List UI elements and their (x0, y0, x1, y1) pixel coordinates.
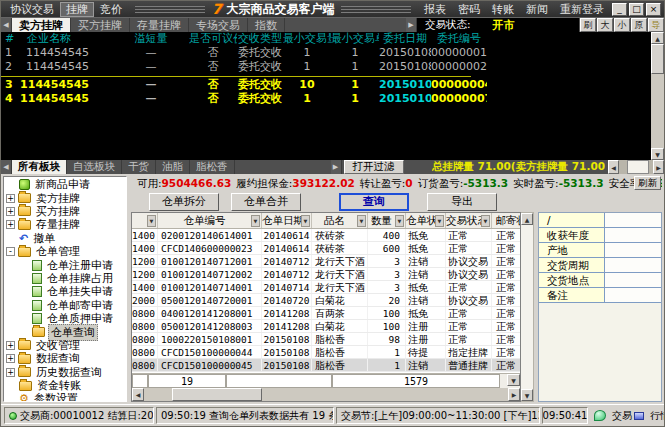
summary-hscrollbar[interactable]: ◀ ▶ (608, 160, 664, 174)
menu-item-新闻[interactable]: 新闻 (520, 3, 554, 16)
totals-dropdown-icon[interactable]: ▼ (507, 374, 520, 386)
warehouse-row[interactable]: 0800CFCD15010000004520150108脂松香1注销普通挂牌正常 (132, 359, 521, 372)
sector-tab-自选板块[interactable]: 自选板块 (67, 160, 122, 174)
scroll-left-icon[interactable]: ◀ (132, 388, 144, 401)
scroll-left-icon[interactable]: ◀ (608, 160, 619, 174)
statusbar-link-交易[interactable]: 交易 (612, 409, 644, 423)
column-dropdown-icon[interactable]: ▼ (395, 215, 404, 227)
tabs-scroll-left-icon[interactable]: ◀ (1, 18, 12, 32)
scroll-thumb[interactable] (627, 160, 649, 174)
warehouse-row[interactable]: 0800050012014120800320141208白菊花100注册正常正常 (132, 320, 521, 333)
tab-专场交易[interactable]: 专场交易 (189, 18, 248, 32)
detail-value[interactable] (605, 288, 661, 302)
sidebar-item-仓单管理[interactable]: -仓单管理 (4, 245, 126, 258)
sidebar-item-仓单挂失申请[interactable]: 仓单挂失申请 (4, 285, 126, 298)
warehouse-hscrollbar[interactable]: ◀ ▶ (132, 388, 520, 401)
warehouse-row[interactable]: 1200010012014071200220140712龙行天下酒3注销协议交易… (132, 268, 521, 281)
menu-item-竞价[interactable]: 竞价 (94, 3, 128, 16)
menu-item-重新登录[interactable]: 重新登录 (554, 3, 610, 16)
warehouse-vscrollbar[interactable]: ▲ ▼ (521, 212, 534, 402)
sidebar-item-资金转账[interactable]: 资金转账 (4, 379, 126, 392)
查询-button[interactable]: 查询 (339, 193, 409, 211)
sidebar-item-参数设置[interactable]: ⚙参数设置 (4, 392, 126, 402)
sector-scroll-left-icon[interactable]: ◀ (1, 160, 12, 174)
detail-value[interactable] (605, 243, 661, 257)
column-dropdown-icon[interactable]: ▼ (357, 215, 366, 227)
mini-button-大[interactable]: 大 (597, 18, 613, 32)
warehouse-row[interactable]: 2000050012014072000120140720白菊花20注销协议交易正… (132, 294, 521, 307)
sidebar-item-仓单挂牌占用[interactable]: 仓单挂牌占用 (4, 272, 126, 285)
menu-item-协议交易[interactable]: 协议交易 (4, 3, 60, 16)
仓单合并-button[interactable]: 仓单合并 (231, 193, 301, 211)
warehouse-row[interactable]: 1400020012014061400120140614茯砖茶400抵免正常正常 (132, 229, 521, 242)
scroll-down-icon[interactable]: ▼ (521, 389, 533, 401)
warehouse-row[interactable]: 1400CFCD14060000002320140614茯砖茶600抵免正常正常 (132, 242, 521, 255)
sidebar-item-存量挂牌[interactable]: +存量挂牌 (4, 218, 126, 231)
open-filter-button[interactable]: 打开过滤 (344, 160, 404, 174)
message-balloon-icon[interactable] (594, 410, 606, 421)
market-row[interactable]: 1114454545—否委托交收112015010800000001 (1, 46, 664, 60)
sidebar-item-仓单查询[interactable]: 仓单查询 (4, 325, 126, 338)
market-row[interactable]: 3114454545—否委托交收1012015010800000004 (1, 78, 664, 92)
sidebar-item-历史数据查询[interactable]: +历史数据查询 (4, 365, 126, 378)
tabs-scroll-right-icon[interactable]: ▶ (406, 18, 417, 32)
detail-value[interactable] (605, 273, 661, 287)
expander-icon[interactable]: + (6, 220, 15, 229)
column-dropdown-icon[interactable]: ▼ (147, 215, 156, 227)
sidebar-item-新商品申请[interactable]: 新商品申请 (4, 178, 126, 191)
仓单拆分-button[interactable]: 仓单拆分 (149, 193, 219, 211)
detail-value[interactable] (605, 228, 661, 242)
scroll-up-icon[interactable]: ▲ (651, 32, 664, 44)
sector-tab-干货[interactable]: 干货 (122, 160, 156, 174)
warehouse-row[interactable]: 0800100022015010800120150108脂松香98注册正常正常 (132, 333, 521, 346)
market-row[interactable]: 2114454545—否委托交收112015010800000002 (1, 60, 664, 74)
market-row[interactable]: 4114454545—否委托交收112015010800000007 (1, 92, 664, 106)
expander-icon[interactable]: - (6, 247, 15, 256)
detail-value[interactable] (605, 258, 661, 272)
sector-tab-脂松香[interactable]: 脂松香 (190, 160, 235, 174)
market-vscrollbar[interactable]: ▲ ▼ (651, 32, 664, 160)
sector-tab-油脂[interactable]: 油脂 (156, 160, 190, 174)
warehouse-row[interactable]: 0800040012014120800120141208百两茶100抵免正常正常 (132, 307, 521, 320)
column-dropdown-icon[interactable]: ▼ (481, 215, 490, 227)
scroll-thumb[interactable] (651, 44, 664, 74)
tab-指数[interactable]: 指数 (248, 18, 285, 32)
tab-存量挂牌[interactable]: 存量挂牌 (130, 18, 189, 32)
sidebar-item-卖方挂牌[interactable]: +卖方挂牌 (4, 191, 126, 204)
refresh-button[interactable]: 刷新 (634, 176, 661, 190)
close-button[interactable]: × (646, 3, 661, 16)
sidebar-item-数据查询[interactable]: +数据查询 (4, 352, 126, 365)
expander-icon[interactable]: + (6, 194, 15, 203)
expander-icon[interactable]: + (6, 368, 15, 377)
mini-button-小[interactable]: 小 (614, 18, 630, 32)
mini-button-刷[interactable]: 刷 (580, 18, 596, 32)
scroll-down-icon[interactable]: ▼ (651, 148, 664, 160)
sidebar-item-仓单邮寄申请[interactable]: 仓单邮寄申请 (4, 299, 126, 312)
sidebar-item-交收管理[interactable]: +交收管理 (4, 339, 126, 352)
scroll-track[interactable] (619, 160, 653, 174)
scroll-right-icon[interactable]: ▶ (508, 388, 520, 401)
mini-button-原[interactable]: 原 (631, 18, 647, 32)
tab-买方挂牌[interactable]: 买方挂牌 (71, 18, 130, 32)
menu-item-密码[interactable]: 密码 (452, 3, 486, 16)
warehouse-row[interactable]: 0800CFCD15010000004420150108脂松香1待提指定挂牌正常 (132, 346, 521, 359)
warehouse-row[interactable]: 1400010012014071400120140714龙行天下酒3抵免正常正常 (132, 281, 521, 294)
sidebar-item-仓单注册申请[interactable]: 仓单注册申请 (4, 258, 126, 271)
scroll-right-icon[interactable]: ▶ (653, 160, 664, 174)
warehouse-row[interactable]: 1200010012014071200120140712龙行天下酒3注销协议交易… (132, 255, 521, 268)
sector-scroll-right-icon[interactable]: ▶ (331, 160, 342, 174)
expander-icon[interactable]: + (6, 341, 15, 350)
menu-item-挂牌[interactable]: 挂牌 (60, 2, 94, 17)
column-dropdown-icon[interactable]: ▼ (301, 215, 310, 227)
column-dropdown-icon[interactable]: ▼ (435, 215, 444, 227)
sidebar-item-买方挂牌[interactable]: +买方挂牌 (4, 205, 126, 218)
expander-icon[interactable]: + (6, 354, 15, 363)
expander-icon[interactable]: + (6, 207, 15, 216)
scroll-thumb[interactable] (172, 388, 262, 401)
detail-value[interactable] (605, 213, 661, 227)
column-dropdown-icon[interactable]: ▼ (251, 215, 260, 227)
menu-item-报表[interactable]: 报表 (418, 3, 452, 16)
maximize-button[interactable]: □ (629, 3, 644, 16)
statusbar-link-行情[interactable]: 行情 (650, 409, 665, 423)
mini-button-导[interactable]: 导 (648, 18, 664, 32)
